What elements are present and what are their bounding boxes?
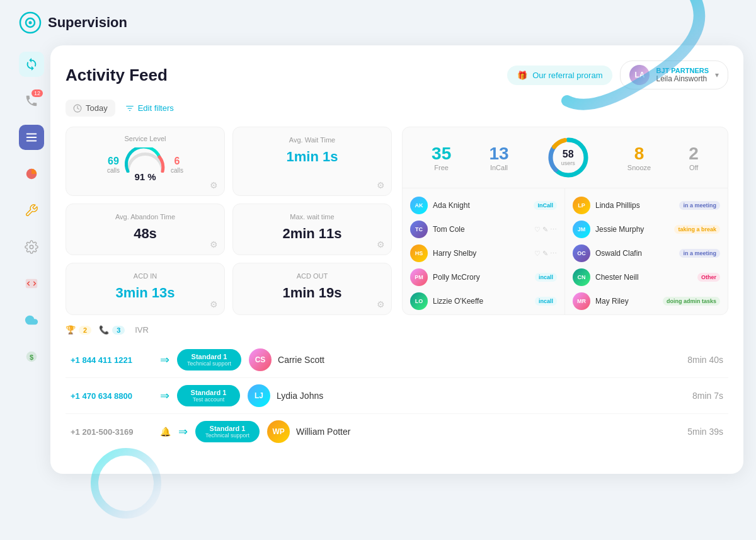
avatar: PM (410, 268, 428, 286)
avatar: LP (573, 197, 590, 214)
sidebar-item-list[interactable] (19, 125, 44, 150)
user-name-label: Linda Phillips (595, 201, 674, 210)
list-item[interactable]: JM Jessie Murphy taking a break (565, 217, 728, 241)
sidebar-item-sync[interactable] (19, 52, 44, 77)
stat-off-num: 2 (689, 144, 699, 164)
list-item[interactable]: LP Linda Phillips in a meeting (565, 193, 728, 217)
queue-user: LJ Lydia Johns 8min 7s (248, 384, 723, 407)
acd-out-settings[interactable]: ⚙ (377, 299, 385, 309)
stat-free: 35 Free (432, 144, 451, 171)
edit-filters-label: Edit filters (138, 103, 174, 113)
phone-badge: 12 (32, 89, 43, 97)
sidebar-item-tools[interactable] (19, 198, 44, 223)
forward-arrow-icon: ⇒ (178, 425, 188, 439)
queue-avatar: CS (249, 348, 272, 371)
list-item[interactable]: TC Tom Cole ♡ ✎ ⋯ (403, 217, 564, 241)
phone-tab-icon: 📞 (99, 325, 109, 335)
user-selector[interactable]: LA BJT PARTNERS Leila Ainsworth ▾ (620, 60, 728, 89)
stat-off-label: Off (689, 164, 698, 171)
today-filter[interactable]: Today (66, 100, 115, 117)
content-area: Activity Feed 🎁 Our referral proram LA B… (50, 45, 743, 474)
ivr-label: IVR (135, 325, 149, 335)
referral-button[interactable]: 🎁 Our referral proram (507, 66, 612, 85)
list-item[interactable]: MR May Riley doing admin tasks (565, 289, 728, 313)
today-label: Today (86, 103, 108, 113)
list-item[interactable]: BP Billy Pitts in a meeting (565, 313, 728, 314)
dollar-icon: $ (25, 350, 38, 364)
users-list-right: LP Linda Phillips in a meeting JM Jessie… (565, 188, 728, 314)
sidebar-item-phone[interactable]: 12 (19, 88, 44, 113)
svg-point-8 (30, 245, 33, 249)
list-item[interactable]: FK Finn Kirton ♡ ✎ (403, 313, 564, 314)
forward-arrow-icon: ⇒ (160, 353, 169, 367)
acd-in-settings[interactable]: ⚙ (210, 299, 218, 309)
acd-out-label: ACD OUT (243, 272, 381, 280)
chevron-down-icon: ▾ (715, 71, 719, 79)
list-item[interactable]: OC Oswald Clafin in a meeting (565, 241, 728, 265)
tab-trophy[interactable]: 🏆 2 (66, 325, 91, 335)
page-title: Activity Feed (66, 66, 168, 85)
list-item[interactable]: AK Ada Knight InCall (403, 193, 564, 217)
service-level-settings[interactable]: ⚙ (210, 180, 218, 190)
logo-icon (19, 11, 42, 34)
status-badge: Other (697, 273, 720, 282)
gauge-svg (125, 147, 166, 173)
acd-in-value: 3min 13s (76, 285, 214, 301)
acd-in-label: ACD IN (76, 272, 214, 280)
queue-phone: +1 470 634 8800 (71, 391, 152, 401)
avg-wait-settings[interactable]: ⚙ (377, 180, 385, 190)
user-info: BJT PARTNERS Leila Ainsworth (656, 67, 709, 83)
users-list-two-col: AK Ada Knight InCall TC Tom Cole ♡ ✎ ⋯ H… (403, 188, 728, 314)
queue-row: +1 470 634 8800 ⇒ Standard 1 Test accoun… (66, 378, 728, 414)
clock-icon (73, 104, 82, 113)
avg-wait-value: 1min 1s (243, 149, 381, 165)
avg-wait-label: Avg. Wait Time (243, 136, 381, 144)
logo: Supervision (19, 11, 127, 34)
right-calls: 6 calls (171, 156, 183, 174)
list-item[interactable]: HS Harry Shelby ♡ ✎ ⋯ (403, 241, 564, 265)
list-item[interactable]: CN Chester Neill Other (565, 265, 728, 289)
status-badge: in a meeting (679, 201, 720, 210)
list-icon (25, 130, 38, 144)
queue-time: 8min 40s (687, 355, 723, 365)
queue-tabs: 🏆 2 📞 3 IVR (66, 325, 728, 335)
avg-abandon-settings[interactable]: ⚙ (210, 239, 218, 250)
tab-phone[interactable]: 📞 3 (99, 325, 125, 335)
user-name-label: Polly McCrory (433, 273, 530, 282)
queue-avatar: LJ (248, 384, 270, 407)
gauge-container: 69 calls (75, 147, 215, 182)
max-wait-settings[interactable]: ⚙ (377, 239, 385, 250)
queue-user-name: Lydia Johns (277, 391, 323, 401)
avg-abandon-card: Avg. Abandon Time 48s ⚙ (66, 204, 225, 256)
sidebar-item-settings[interactable] (19, 234, 44, 260)
user-name-label: Chester Neill (595, 273, 692, 282)
main-layout: 12 (0, 45, 756, 486)
svg-rect-6 (26, 141, 37, 142)
users-stats: 35 Free 13 InCall (403, 127, 728, 188)
header-right: 🎁 Our referral proram LA BJT PARTNERS Le… (507, 60, 728, 89)
queue-row: +1 201-500-3169 🔔 ⇒ Standard 1 Technical… (66, 414, 728, 449)
users-list-left: AK Ada Knight InCall TC Tom Cole ♡ ✎ ⋯ H… (403, 188, 565, 314)
chart-icon (25, 167, 38, 181)
app-name: Supervision (48, 14, 127, 31)
svg-point-3 (29, 21, 32, 25)
sidebar-item-code[interactable] (19, 271, 44, 296)
stat-incall-num: 13 (489, 144, 508, 164)
forward-arrow-icon: ⇒ (160, 389, 169, 403)
stat-incall: 13 InCall (489, 144, 508, 171)
sidebar: 12 (13, 45, 50, 474)
list-item[interactable]: LO Lizzie O'Keeffe incall (403, 289, 564, 313)
status-badge: in a meeting (679, 249, 720, 258)
sidebar-item-cloud[interactable] (19, 307, 44, 333)
acd-out-card: ACD OUT 1min 19s ⚙ (232, 263, 392, 315)
avatar: OC (573, 244, 590, 262)
queue-tag-sub: Technical support (187, 360, 231, 367)
edit-filters-button[interactable]: Edit filters (125, 103, 174, 113)
queue-tag: Standard 1 Test account (177, 385, 240, 406)
sidebar-item-dollar[interactable]: $ (19, 344, 44, 369)
sidebar-item-chart[interactable] (19, 161, 44, 187)
max-wait-card: Max. wait time 2min 11s ⚙ (232, 204, 392, 256)
list-item[interactable]: PM Polly McCrory incall (403, 265, 564, 289)
queue-tag: Standard 1 Technical support (177, 349, 241, 371)
queue-tag-sub: Test account (187, 396, 230, 403)
